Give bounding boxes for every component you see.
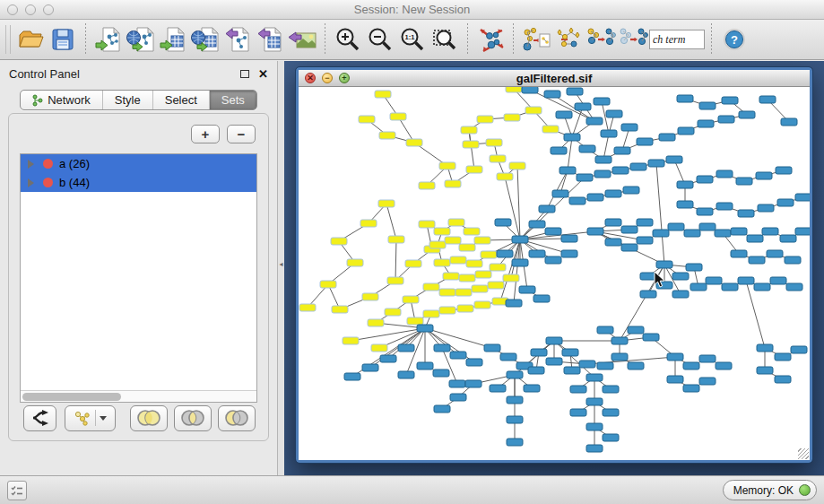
graph-node-selected[interactable] (423, 310, 439, 317)
graph-node[interactable] (759, 96, 776, 103)
graph-node-selected[interactable] (474, 237, 490, 244)
graph-node-selected[interactable] (403, 296, 419, 303)
list-item-set-b[interactable]: b (44) (21, 173, 256, 192)
graph-edge[interactable] (351, 328, 425, 341)
graph-node[interactable] (656, 261, 672, 268)
graph-node-selected[interactable] (332, 306, 348, 313)
graph-node[interactable] (667, 353, 683, 361)
graph-node[interactable] (603, 434, 619, 441)
network-window-titlebar[interactable]: ✕ − + galFiltered.sif (299, 70, 810, 87)
graph-node[interactable] (539, 205, 555, 213)
graph-node-selected[interactable] (477, 116, 493, 123)
graph-node[interactable] (643, 334, 659, 341)
graph-node[interactable] (668, 223, 684, 230)
graph-node[interactable] (561, 250, 577, 257)
memory-status-badge[interactable]: Memory: OK (723, 480, 817, 500)
search-input[interactable] (649, 30, 705, 49)
graph-node[interactable] (449, 380, 465, 387)
graph-node[interactable] (450, 394, 466, 401)
graph-node[interactable] (586, 423, 603, 430)
graph-node[interactable] (672, 273, 689, 280)
graph-node[interactable] (747, 235, 763, 242)
graph-node-selected[interactable] (405, 260, 421, 267)
tab-select[interactable]: Select (153, 91, 210, 109)
zoom-out-button[interactable] (364, 22, 396, 56)
graph-node[interactable] (628, 362, 644, 369)
graph-node[interactable] (684, 230, 700, 237)
export-table-button[interactable] (254, 22, 286, 56)
graph-node[interactable] (699, 378, 716, 385)
network-canvas[interactable] (299, 87, 810, 460)
graph-node[interactable] (785, 256, 801, 264)
graph-node[interactable] (637, 237, 653, 244)
graph-node-selected[interactable] (378, 200, 395, 207)
deselect-highlight-button[interactable] (617, 22, 649, 56)
graph-node[interactable] (417, 362, 433, 369)
graph-node[interactable] (594, 98, 610, 105)
first-neighbors-button[interactable] (552, 22, 585, 56)
close-panel-icon[interactable]: ✕ (258, 68, 268, 80)
graph-node-selected[interactable] (419, 182, 435, 189)
graph-node[interactable] (586, 117, 603, 125)
graph-node[interactable] (614, 147, 630, 154)
graph-node[interactable] (605, 190, 621, 197)
graph-node[interactable] (667, 376, 683, 383)
graph-node-selected[interactable] (388, 236, 404, 243)
graph-node[interactable] (597, 362, 613, 369)
graph-node-selected[interactable] (466, 260, 482, 267)
graph-node[interactable] (677, 95, 693, 102)
graph-node[interactable] (465, 380, 481, 387)
graph-node-selected[interactable] (320, 281, 336, 288)
graph-node-selected[interactable] (504, 114, 520, 121)
graph-node[interactable] (522, 87, 538, 93)
zoom-in-button[interactable] (332, 22, 364, 56)
graph-node-selected[interactable] (379, 132, 395, 139)
graph-node[interactable] (640, 291, 656, 298)
graph-node[interactable] (586, 445, 603, 452)
graph-node[interactable] (686, 264, 702, 271)
graph-node[interactable] (683, 385, 699, 392)
graph-node-selected[interactable] (497, 173, 513, 180)
graph-node[interactable] (587, 228, 603, 235)
graph-node-selected[interactable] (490, 264, 506, 271)
graph-node-selected[interactable] (459, 244, 475, 251)
graph-node[interactable] (587, 194, 603, 201)
graph-node[interactable] (528, 367, 544, 374)
graph-node[interactable] (586, 374, 603, 381)
graph-node[interactable] (757, 344, 773, 352)
graph-node[interactable] (736, 178, 752, 185)
graph-node[interactable] (434, 405, 450, 413)
graph-node[interactable] (529, 221, 545, 228)
graph-node[interactable] (621, 124, 638, 131)
create-set-from-network-button[interactable] (65, 405, 116, 431)
graph-node[interactable] (767, 250, 783, 257)
graph-node-selected[interactable] (506, 87, 522, 92)
graph-edge[interactable] (395, 239, 396, 281)
graph-node[interactable] (683, 362, 699, 369)
graph-node-selected[interactable] (343, 337, 359, 344)
import-table-file-button[interactable] (157, 22, 189, 56)
graph-node[interactable] (777, 199, 794, 206)
graph-node[interactable] (699, 223, 716, 230)
graph-edge[interactable] (386, 204, 396, 239)
intersection-button[interactable] (174, 405, 212, 431)
graph-node[interactable] (569, 197, 585, 204)
graph-node-selected[interactable] (360, 220, 377, 227)
graph-node[interactable] (757, 367, 773, 374)
graph-node-selected[interactable] (406, 139, 422, 146)
export-image-button[interactable] (286, 22, 318, 56)
graph-node-selected[interactable] (299, 304, 316, 311)
graph-node[interactable] (434, 344, 450, 352)
graph-node[interactable] (450, 352, 466, 359)
graph-node[interactable] (621, 226, 638, 233)
graph-node[interactable] (579, 145, 595, 152)
float-panel-icon[interactable] (240, 70, 249, 78)
graph-node[interactable] (506, 300, 522, 307)
graph-node[interactable] (524, 385, 540, 392)
graph-node[interactable] (611, 337, 628, 344)
graph-node[interactable] (380, 355, 396, 362)
graph-node-selected[interactable] (542, 126, 559, 133)
graph-node[interactable] (666, 156, 682, 163)
graph-node[interactable] (398, 371, 414, 378)
graph-node[interactable] (507, 416, 523, 423)
